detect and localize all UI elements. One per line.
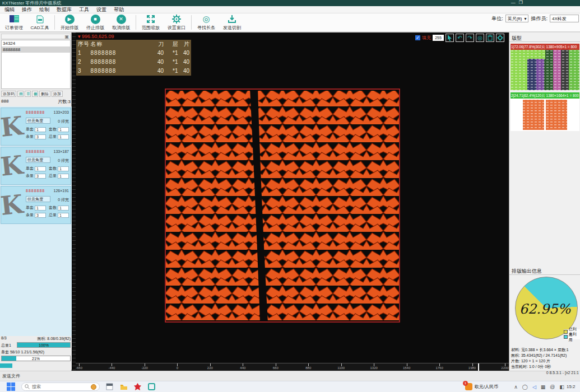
file-explorer-icon[interactable]	[105, 382, 114, 391]
angle-select[interactable]: 任意角度	[26, 118, 50, 124]
menu-draw[interactable]: 绘制	[39, 6, 49, 13]
utilization-percent: 62.95%	[509, 301, 580, 317]
time-line: 当前耗时: 1:0 / 0分 0秒	[511, 364, 569, 370]
fill-value-input[interactable]: 255	[433, 35, 444, 41]
menu-tools[interactable]: 工具	[79, 6, 89, 13]
tray-at-icon[interactable]: @	[550, 384, 555, 390]
send-cut-button[interactable]: 发送切割	[219, 13, 245, 31]
part-card[interactable]: K 8888888 126×191 任意角度 0 排完 单套1 套数1 余量3 …	[1, 186, 71, 224]
field-input[interactable]: 3	[35, 213, 46, 218]
nested-pieces[interactable]	[166, 91, 399, 320]
zoom-extents-icon	[146, 15, 156, 24]
cancel-nesting-button[interactable]: ✕ 取消排版	[108, 13, 134, 31]
view-grid-icon[interactable]: ▤	[17, 91, 24, 97]
window-controls[interactable]: —❐	[511, 0, 526, 6]
minimize-button[interactable]: —	[511, 0, 519, 5]
ruler-marker	[478, 363, 479, 371]
undo-button[interactable]: ↶	[456, 34, 464, 42]
menu-operate[interactable]: 操作	[22, 6, 32, 13]
fill-checkbox[interactable]: ✓	[415, 35, 420, 40]
part-card[interactable]: K 8888888 133×203 任意角度 0 排完 单套1 套数1 余量3 …	[1, 108, 71, 146]
system-tray[interactable]: ∧ ◯ ◁ ▦ @ ◧	[514, 384, 564, 390]
teal-app-icon[interactable]	[147, 382, 156, 391]
right-panel: 版型 1|72.06|77.8%|302片 1380×905×1 = 800 2…	[509, 32, 580, 371]
field-input[interactable]: 1	[35, 127, 46, 132]
cad-tools-button[interactable]: CAD工具	[27, 13, 53, 31]
order-item-selected[interactable]: 8888888	[2, 46, 70, 53]
start-nesting-button[interactable]: ▶ 开始排版	[57, 13, 82, 31]
sidebar-stats: 8/3 面积: 8.08/0.39(ft2) 总量1 100% 单套 58/10…	[0, 336, 72, 370]
order-list[interactable]: 34324 8888888	[1, 40, 71, 89]
order-manager-icon	[10, 15, 19, 24]
folder-icon[interactable]	[119, 382, 128, 391]
zoom-extents-button[interactable]: 范围缩放	[138, 13, 164, 31]
nest-layout[interactable]	[165, 88, 400, 323]
target-button[interactable]: ◎	[476, 34, 484, 42]
tray-circle-icon[interactable]: ◯	[522, 384, 528, 390]
tray-play-icon[interactable]: ◁	[532, 384, 536, 390]
pin-icon[interactable]: ▣	[64, 34, 69, 39]
field-input[interactable]: 1	[35, 166, 46, 171]
delete-piece-button[interactable]	[486, 34, 494, 42]
output-stats: 材料: 宽0.388 × 长3.664 × 层数:1 面积: 35.4341(f…	[511, 347, 569, 370]
bed-1-banner[interactable]: 1|72.06|77.8%|302片 1380×905×1 = 800	[511, 44, 579, 50]
field-label: 套数	[49, 127, 57, 132]
field-input[interactable]: 1	[58, 134, 69, 139]
settings-window-button[interactable]: 设置窗口	[164, 13, 189, 31]
clock[interactable]: 15:2	[567, 384, 580, 389]
red-app-icon[interactable]	[133, 382, 142, 391]
menu-database[interactable]: 数据库	[57, 6, 72, 13]
menu-settings[interactable]: 设置	[96, 6, 106, 13]
tray-grid-icon[interactable]: ▦	[541, 384, 546, 390]
field-label: 单套	[26, 205, 34, 211]
find-strip-button[interactable]: ◎ 寻找长条	[193, 13, 219, 31]
order-manager-button[interactable]: 订单管理	[1, 13, 27, 31]
nesting-canvas[interactable]: ▾ 996.50,625.09 序号 名称 刀 层 片 1 8888888 40…	[72, 32, 509, 371]
angle-select[interactable]: 任意角度	[26, 196, 50, 202]
taskbar-search[interactable]: 搜索	[21, 382, 100, 391]
total-label: 总量1	[1, 343, 11, 348]
bed-2-banner[interactable]: 2|24.71|62.4%|120片 1380×1664×1 = 800	[511, 92, 579, 99]
restore-button[interactable]: ❐	[519, 0, 526, 5]
target-icon: ◎	[477, 35, 482, 41]
bed-2-thumbnail[interactable]	[511, 99, 579, 131]
unit-select[interactable]: 英尺(ft) ▾	[505, 15, 529, 22]
field-input[interactable]: 3	[35, 134, 46, 139]
tray-volume-icon[interactable]: ◧	[559, 384, 564, 390]
field-input[interactable]: 1	[58, 127, 69, 132]
table-row[interactable]: 1 8888888 40 *1 40	[76, 49, 191, 58]
divider	[509, 41, 580, 42]
select-tool-button[interactable]	[446, 34, 454, 42]
ruler-tick-label: 880	[305, 366, 311, 370]
menu-help[interactable]: 帮助	[114, 6, 124, 13]
part-card[interactable]: K 8888888 133×187 任意角度 0 排完 单套1 套数1 余量3 …	[1, 147, 71, 185]
news-ticker[interactable]: 1 欧元/人民币	[465, 383, 498, 390]
field-input[interactable]: 1	[58, 174, 69, 179]
undo-icon: ↶	[457, 35, 462, 41]
start-button[interactable]	[7, 382, 16, 391]
stop-nesting-button[interactable]: ■ 停止排版	[82, 13, 108, 31]
view-table-icon[interactable]: ▦	[32, 91, 38, 97]
pie-legend: 已利用 未利用	[564, 329, 580, 339]
menu-edit[interactable]: 编辑	[4, 6, 15, 13]
redo-button[interactable]: ↷	[466, 34, 474, 42]
order-item[interactable]: 34324	[2, 40, 70, 46]
add-code-button[interactable]: 添加码	[1, 91, 16, 97]
operator-input[interactable]: 4X科发	[550, 15, 579, 22]
field-input[interactable]: 1	[58, 213, 69, 218]
canvas-settings-button[interactable]	[496, 34, 504, 42]
search-icon	[25, 384, 30, 389]
delete-button[interactable]: 删除	[39, 91, 50, 97]
table-row[interactable]: 2 8888888 40 *1 40	[76, 58, 191, 67]
table-row[interactable]: 3 8888888 40 *1 40	[76, 67, 191, 76]
bed-1-thumbnail[interactable]	[511, 50, 579, 90]
field-input[interactable]: 1	[58, 166, 69, 171]
tray-chevron-icon[interactable]: ∧	[514, 384, 518, 390]
angle-select[interactable]: 任意角度	[26, 157, 50, 163]
add-button[interactable]: 添加	[52, 91, 63, 97]
field-input[interactable]: 3	[35, 174, 46, 179]
field-input[interactable]: 1	[35, 206, 46, 211]
view-list-icon[interactable]: ☰	[25, 91, 31, 97]
menu-bar: 编辑 操作 绘制 数据库 工具 设置 帮助	[0, 6, 580, 13]
field-input[interactable]: 1	[58, 206, 69, 211]
